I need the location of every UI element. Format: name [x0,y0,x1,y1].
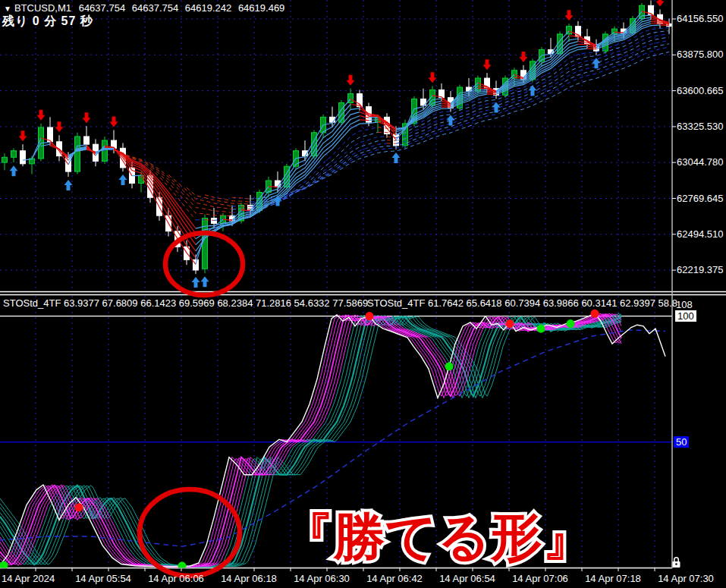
time-axis-label: 14 Apr 07:30 [652,573,720,584]
symbol-dropdown-caret-icon[interactable]: ▼ [4,3,11,14]
quote-low: 64619.242 [185,2,231,14]
mt4-chart-window: 『勝てる形』 ▼BTCUSD,M1 64637.754 64637.754 64… [0,0,726,588]
time-axis-label: 14 Apr 07:18 [579,573,647,584]
symbol-label[interactable]: BTCUSD,M1 [14,2,71,14]
quote-close: 64619.469 [238,2,284,14]
time-axis-label: 14 Apr 2024 [2,573,70,584]
price-axis-label: 62219.375 [677,264,723,275]
time-axis-label: 14 Apr 07:06 [506,573,574,584]
quote-line: ▼BTCUSD,M1 64637.754 64637.754 64619.242… [4,2,288,14]
scale-lock-padlock-icon[interactable] [673,558,680,568]
chart-canvas[interactable]: 『勝てる形』 [0,0,726,588]
price-axis-label: 64156.550 [677,13,723,24]
price-axis-label: 63044.780 [677,156,723,168]
time-axis-label: 14 Apr 05:54 [69,573,137,584]
price-axis-label: 63325.530 [677,121,723,132]
time-axis-label: 14 Apr 06:18 [215,573,283,584]
scale-label-100: 100 [675,310,696,322]
time-axis-label: 14 Apr 06:42 [360,573,429,584]
price-axis-label: 62494.510 [677,228,723,240]
indicator-label-1: STOStd_4TF 63.9377 67.6809 66.1423 69.59… [3,297,368,309]
quote-open: 64637.754 [79,2,125,14]
quote-high: 64637.754 [132,2,178,14]
price-axis-label: 63875.800 [677,49,723,60]
time-axis-label: 14 Apr 06:30 [288,573,356,584]
time-axis-label: 14 Apr 06:54 [433,573,501,584]
candlestick-layer [2,0,672,274]
time-axis-label: 14 Apr 06:06 [142,573,210,584]
ema-ribbon-layer [23,11,669,264]
candle-countdown-label: 残り 0 分 57 秒 [2,15,93,27]
price-axis-label: 63600.665 [677,85,723,96]
scale-label-50: 50 [674,436,689,448]
caption-kateru-katachi: 『勝てる形』 [281,508,593,565]
indicator-label-2: STOStd_4TF 61.7642 65.6418 60.7394 63.98… [367,297,677,309]
scale-label-108: 108 [676,299,693,310]
price-axis-label: 62769.645 [677,193,723,204]
grid-lines [0,0,672,568]
